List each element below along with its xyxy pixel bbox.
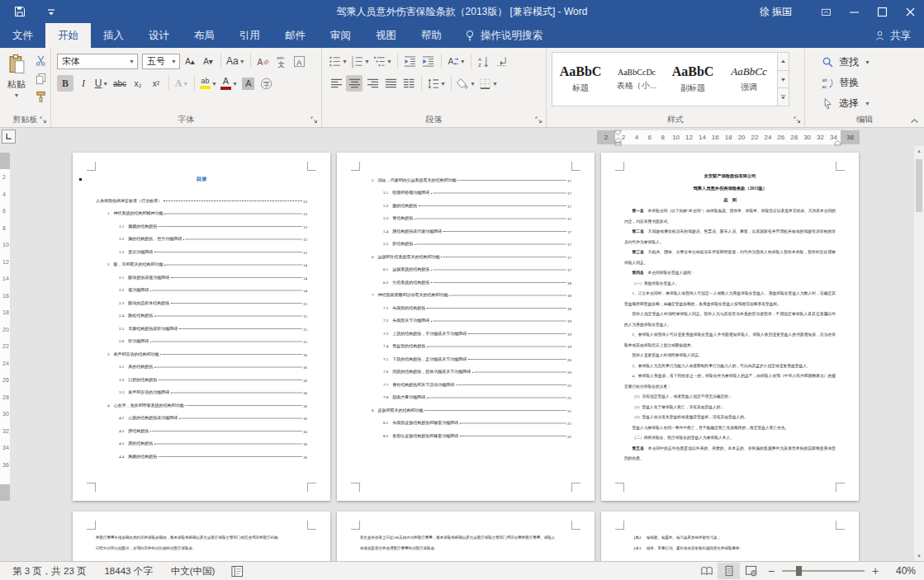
read-mode-button[interactable]: [695, 563, 718, 579]
status-word-count[interactable]: 18443 个字: [95, 565, 161, 578]
paragraph-dialog-launcher-icon[interactable]: [535, 116, 543, 125]
find-button[interactable]: 查找▼: [822, 54, 870, 70]
italic-button[interactable]: I: [75, 75, 92, 92]
zoom-in-button[interactable]: +: [866, 565, 884, 577]
format-painter-button[interactable]: [32, 88, 49, 105]
justify-button[interactable]: [382, 75, 399, 92]
tab-review[interactable]: 审阅: [318, 23, 363, 48]
asian-layout-button[interactable]: A▼: [446, 53, 467, 69]
styles-scroll-down-button[interactable]: [778, 71, 789, 89]
left-indent-marker[interactable]: [614, 137, 622, 146]
tab-file[interactable]: 文件: [0, 23, 45, 48]
cut-button[interactable]: [32, 52, 49, 68]
copy-button[interactable]: [32, 70, 49, 87]
grow-font-button[interactable]: A▴: [182, 53, 198, 69]
scrollbar-down-icon[interactable]: ▼: [914, 551, 924, 561]
style-emphasis[interactable]: AaBbCc强调: [721, 53, 777, 106]
bullets-button[interactable]: ▼: [328, 53, 348, 69]
tab-help[interactable]: 帮助: [409, 23, 454, 48]
tab-layout[interactable]: 布局: [182, 23, 227, 48]
print-layout-button[interactable]: [718, 563, 740, 579]
zoom-slider-thumb[interactable]: [796, 566, 802, 576]
tab-mailings[interactable]: 邮件: [272, 23, 318, 48]
styles-dialog-launcher-icon[interactable]: [794, 116, 802, 125]
clipboard-dialog-launcher-icon[interactable]: [40, 116, 48, 125]
superscript-button[interactable]: x²: [148, 75, 164, 92]
strikethrough-button[interactable]: abc: [111, 75, 128, 92]
underline-button[interactable]: U▼: [93, 75, 110, 92]
page-6[interactable]: （九） 核辐射、核爆炸、核污染及其他放射性污染；（十） 战争、军事行动、暴乱或者…: [601, 512, 859, 561]
character-border-button[interactable]: A: [291, 53, 308, 69]
close-button[interactable]: [896, 0, 924, 23]
horizontal-ruler[interactable]: 2 246810121416182022242628303234 38: [597, 130, 860, 144]
page-3[interactable]: 永安财产保险股份有限公司驾乘人员意外伤害保险条款（2013版）总 则第一条 本保…: [601, 153, 859, 501]
clear-formatting-button[interactable]: A: [255, 53, 272, 69]
tab-insert[interactable]: 插入: [91, 23, 136, 48]
align-right-button[interactable]: [364, 75, 381, 92]
zoom-slider[interactable]: [782, 570, 865, 572]
shrink-font-button[interactable]: A▾: [200, 53, 216, 69]
increase-indent-button[interactable]: [420, 53, 437, 69]
font-name-combo[interactable]: 宋体▼: [57, 54, 138, 69]
ribbon-display-options-button[interactable]: [812, 0, 840, 23]
share-button[interactable]: 共享: [874, 23, 924, 48]
enclose-characters-button[interactable]: 字: [258, 75, 275, 92]
maximize-button[interactable]: [868, 0, 896, 23]
web-layout-button[interactable]: [740, 563, 762, 579]
right-indent-marker[interactable]: [834, 139, 841, 146]
vertical-scrollbar[interactable]: ▲ ▼: [913, 146, 924, 561]
align-center-button[interactable]: [346, 75, 362, 92]
page-5[interactable]: 发生意外伤害之日起180天内支付的医疗费用，将本保险免赔额以及社会医疗保险主管部…: [337, 512, 595, 561]
user-name[interactable]: 徐 振国: [760, 5, 792, 19]
text-effects-button[interactable]: A▼: [173, 75, 190, 92]
proofing-icon[interactable]: [224, 565, 251, 578]
replace-button[interactable]: abac 替换: [822, 74, 859, 91]
phonetic-guide-button[interactable]: wén文: [273, 53, 290, 69]
zoom-level[interactable]: 40%: [884, 565, 916, 577]
collapse-ribbon-icon[interactable]: [910, 117, 919, 125]
styles-scroll-up-button[interactable]: [778, 53, 789, 71]
tab-references[interactable]: 引用: [227, 23, 272, 48]
style-title[interactable]: AaBbC标题: [552, 53, 609, 106]
distribute-button[interactable]: [400, 75, 417, 92]
save-icon[interactable]: [13, 5, 26, 18]
styles-gallery-more-button[interactable]: [778, 88, 789, 106]
show-hide-marks-button[interactable]: [494, 53, 510, 69]
line-spacing-button[interactable]: ▼: [426, 75, 447, 92]
page-2[interactable]: 5 消化，代谢和内分泌系统有关的结构和功能175.1 咀嚼和吞咽功能障碍175.…: [337, 153, 595, 501]
minimize-button[interactable]: [840, 0, 868, 23]
font-color-button[interactable]: A▼: [220, 75, 239, 92]
vertical-ruler[interactable]: 24681012141618202224262830323436: [0, 146, 10, 561]
first-line-indent-marker[interactable]: [614, 130, 622, 136]
status-language[interactable]: 中文(中国): [162, 565, 225, 578]
highlight-color-button[interactable]: ab▼: [199, 75, 218, 92]
font-dialog-launcher-icon[interactable]: [310, 116, 319, 125]
change-case-button[interactable]: Aa▼: [225, 53, 246, 69]
style-table-small[interactable]: AaBbCcDc表格（小...: [609, 53, 665, 106]
multilevel-list-button[interactable]: ▼: [372, 53, 393, 69]
align-left-button[interactable]: [328, 75, 344, 92]
zoom-out-button[interactable]: −: [762, 565, 780, 577]
page-1[interactable]: 目录人身保险伤残评定标准（行业标准）131 神经系统的结构和精神功能131.1 …: [73, 153, 330, 501]
bold-button[interactable]: B: [57, 75, 73, 92]
numbering-button[interactable]: 123▼: [350, 53, 371, 69]
tell-me-search[interactable]: 操作说明搜索: [464, 23, 543, 48]
borders-button[interactable]: ▼: [478, 75, 499, 92]
style-subtitle[interactable]: AaBbC副标题: [665, 53, 721, 106]
shading-button[interactable]: ▼: [456, 75, 476, 92]
character-shading-button[interactable]: A: [240, 75, 257, 92]
paste-button[interactable]: 粘贴 ▼: [2, 52, 31, 110]
subscript-button[interactable]: x₂: [130, 75, 146, 92]
decrease-indent-button[interactable]: [402, 53, 419, 69]
scrollbar-up-icon[interactable]: ▲: [914, 146, 924, 156]
select-button[interactable]: 选择▼: [822, 95, 870, 111]
scrollbar-thumb[interactable]: [916, 159, 922, 212]
tab-design[interactable]: 设计: [136, 23, 182, 48]
tab-selector[interactable]: [2, 130, 16, 144]
tab-home[interactable]: 开始: [45, 23, 91, 48]
font-size-combo[interactable]: 五号▼: [142, 54, 180, 69]
sort-button[interactable]: AZ: [476, 53, 492, 69]
qat-customize-icon[interactable]: [45, 5, 58, 18]
page-4[interactable]: 的医疗费用补偿金额在其约定的保险金额内，将本保险免赔额以及社会医疗保险主管部门或…: [73, 512, 330, 561]
tab-view[interactable]: 视图: [363, 23, 409, 48]
